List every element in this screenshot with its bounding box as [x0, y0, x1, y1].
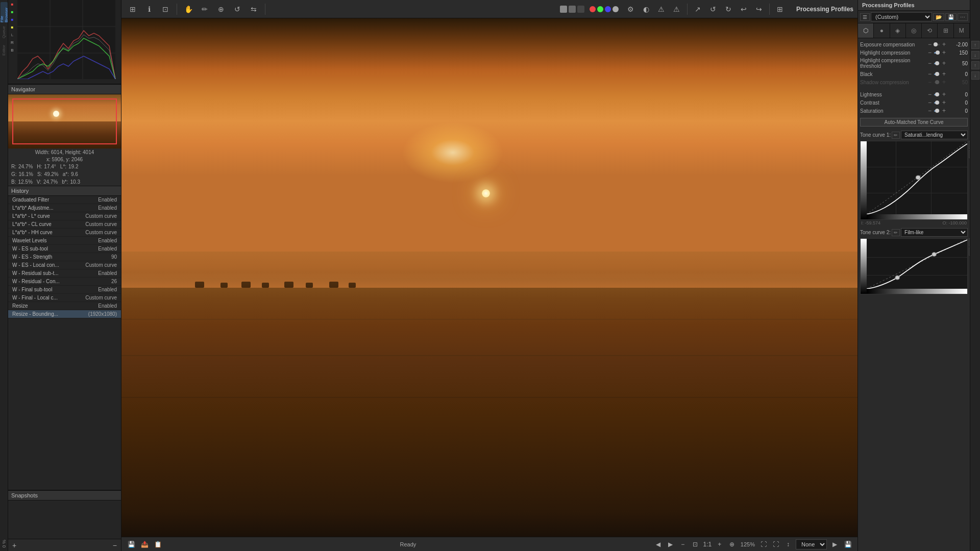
- snapshot-remove-button[interactable]: −: [113, 541, 117, 549]
- contrast-plus[interactable]: +: [942, 99, 946, 106]
- fullscreen-button[interactable]: ⛶: [758, 539, 769, 550]
- rotate-cw-button[interactable]: ↻: [721, 2, 736, 16]
- history-item-6[interactable]: W - ES sub-toolEnabled: [8, 245, 121, 253]
- zoom-out-button[interactable]: −: [677, 539, 689, 550]
- tool-expand-button[interactable]: ⊞: [126, 2, 140, 16]
- mode-btn-dark[interactable]: [569, 6, 576, 13]
- history-item-0[interactable]: Graduated FilterEnabled: [8, 196, 121, 204]
- history-item-11[interactable]: W - Final sub-toolEnabled: [8, 286, 121, 294]
- tool-edit-button[interactable]: ✏: [198, 2, 212, 16]
- tool-crop-button[interactable]: ⊕: [214, 2, 228, 16]
- tc1-type-button[interactable]: ✏: [892, 132, 900, 139]
- lightness-plus[interactable]: +: [942, 91, 946, 97]
- hist-icon-3[interactable]: ■: [9, 17, 15, 23]
- highlight-thresh-track[interactable]: [934, 63, 940, 64]
- ri-button-4[interactable]: ↓: [971, 71, 979, 80]
- history-item-12[interactable]: W - Final - Local c...Custom curve: [8, 294, 121, 302]
- next-image-button[interactable]: ▶: [665, 539, 676, 550]
- history-item-14[interactable]: Resize - Bounding...(980x551): [8, 310, 121, 318]
- saturation-plus[interactable]: +: [942, 108, 946, 114]
- highlight-comp-minus[interactable]: −: [927, 49, 932, 56]
- highlight-thresh-minus[interactable]: −: [927, 60, 932, 66]
- hist-icon-6[interactable]: R: [9, 40, 15, 46]
- tc2-add-point-button[interactable]: +: [969, 238, 970, 246]
- snapshot-add-button[interactable]: +: [12, 541, 16, 549]
- ri-button-2[interactable]: ↓: [971, 51, 979, 59]
- history-item-9[interactable]: W - Residual sub-t...Enabled: [8, 269, 121, 278]
- tool-flip-button[interactable]: ⇆: [247, 2, 261, 16]
- exposure-comp-plus[interactable]: +: [942, 41, 946, 47]
- hist-icon-7[interactable]: B: [9, 48, 15, 54]
- tc1-add-point-button[interactable]: +: [969, 141, 970, 149]
- queue-tab[interactable]: Queue: [1, 24, 8, 40]
- shadow-highlight-button[interactable]: ◐: [639, 2, 653, 16]
- history-item-8[interactable]: W - ES - Local con...Custom curve: [8, 261, 121, 269]
- file-browser-tab[interactable]: File Browser: [1, 2, 8, 22]
- black-plus[interactable]: +: [942, 71, 946, 77]
- history-item-10[interactable]: W - Residual - Con...26: [8, 278, 121, 286]
- adj-tab-color[interactable]: ●: [874, 23, 890, 38]
- warning-button-2[interactable]: ⚠: [670, 2, 684, 16]
- tc1-canvas[interactable]: [860, 141, 968, 220]
- warning-button-1[interactable]: ⚠: [654, 2, 669, 16]
- highlight-comp-thumb[interactable]: [936, 51, 940, 55]
- ri-button-3[interactable]: ↑: [971, 61, 979, 69]
- highlight-thresh-thumb[interactable]: [935, 61, 939, 65]
- shadow-comp-plus[interactable]: +: [942, 79, 946, 85]
- profile-icon-button[interactable]: ☰: [860, 13, 870, 21]
- exposure-comp-track[interactable]: [934, 44, 940, 45]
- saturation-track[interactable]: [934, 110, 940, 112]
- send-button[interactable]: 📤: [139, 539, 150, 550]
- profile-save-btn[interactable]: 💾: [945, 13, 957, 21]
- highlight-thresh-plus[interactable]: +: [942, 60, 946, 66]
- tc2-type-button[interactable]: ✏: [892, 229, 900, 236]
- zoom-100-button[interactable]: 1:1: [702, 539, 713, 550]
- adj-tab-exposure[interactable]: ⬡: [858, 23, 874, 38]
- contrast-minus[interactable]: −: [927, 99, 932, 106]
- adj-tab-raw[interactable]: ⊞: [938, 23, 953, 38]
- lightness-thumb[interactable]: [935, 92, 939, 96]
- tc2-remove-point-button[interactable]: −: [969, 247, 970, 256]
- tc1-remove-point-button[interactable]: −: [969, 150, 970, 158]
- tool-layout-button[interactable]: ⊡: [158, 2, 173, 16]
- highlight-comp-plus[interactable]: +: [942, 49, 946, 56]
- shadow-comp-minus[interactable]: −: [927, 79, 932, 85]
- tc2-dropdown[interactable]: Film-like: [901, 228, 968, 237]
- profile-apply-button[interactable]: ▶: [829, 539, 840, 550]
- adj-tab-meta[interactable]: M: [954, 23, 970, 38]
- black-track[interactable]: [934, 73, 940, 75]
- tc2-canvas[interactable]: [860, 238, 968, 294]
- history-list[interactable]: Graduated FilterEnabledL*a*b* Adjustme..…: [8, 196, 121, 490]
- mode-btn-gray[interactable]: [560, 6, 567, 13]
- history-item-4[interactable]: L*a*b* - HH curveCustom curve: [8, 229, 121, 237]
- redo-button[interactable]: ↪: [752, 2, 766, 16]
- fullscreen-2-button[interactable]: ⛶: [770, 539, 781, 550]
- tc1-dropdown[interactable]: Saturati...lending: [901, 131, 968, 139]
- black-minus[interactable]: −: [927, 71, 932, 77]
- rotate-view-button[interactable]: ↕: [782, 539, 794, 550]
- panels-button[interactable]: ⊞: [773, 2, 787, 16]
- export-button[interactable]: ↗: [691, 2, 705, 16]
- zoom-fit-button[interactable]: ⊡: [690, 539, 701, 550]
- contrast-thumb[interactable]: [935, 101, 939, 105]
- saturation-minus[interactable]: −: [927, 108, 932, 114]
- mode-btn-darker[interactable]: [577, 6, 584, 13]
- save-button[interactable]: 💾: [126, 539, 137, 550]
- history-item-2[interactable]: L*a*b* - L* curveCustom curve: [8, 212, 121, 220]
- history-item-13[interactable]: ResizeEnabled: [8, 302, 121, 310]
- batch-button[interactable]: 📋: [152, 539, 163, 550]
- zoom-custom-button[interactable]: ⊕: [726, 539, 738, 550]
- tool-straighten-button[interactable]: ↺: [230, 2, 244, 16]
- hist-icon-5[interactable]: L: [9, 33, 15, 39]
- highlight-comp-track[interactable]: [934, 52, 940, 54]
- tool-info-button[interactable]: ℹ: [142, 2, 156, 16]
- profile-load-button[interactable]: 📂: [933, 13, 944, 21]
- history-item-3[interactable]: L*a*b* - CL curveCustom curve: [8, 220, 121, 229]
- green-channel-btn[interactable]: [597, 6, 603, 12]
- prev-image-button[interactable]: ◀: [653, 539, 664, 550]
- lightness-track[interactable]: [934, 94, 940, 95]
- rotate-ccw-button[interactable]: ↺: [706, 2, 720, 16]
- adj-tab-detail[interactable]: ◈: [890, 23, 906, 38]
- lightness-minus[interactable]: −: [927, 91, 932, 97]
- red-channel-btn[interactable]: [590, 6, 596, 12]
